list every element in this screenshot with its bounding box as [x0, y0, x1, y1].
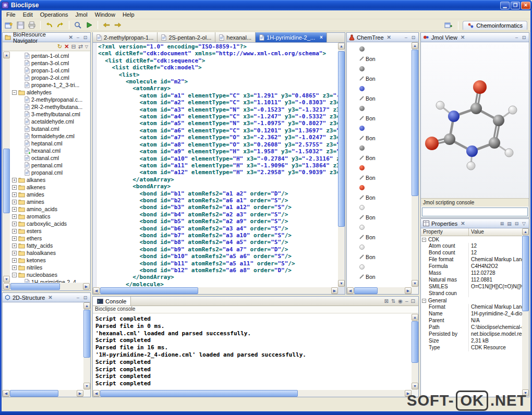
tree-item[interactable]: +ketones	[10, 257, 90, 264]
maximize-view-icon[interactable]: ⊡	[411, 298, 415, 304]
properties-header[interactable]: Properties ✕ ⊞ ▤ ⊟ ▽	[421, 219, 529, 228]
minimize-view-icon[interactable]: –	[75, 35, 81, 40]
tree-item[interactable]: butanal.cml	[10, 125, 90, 132]
chemtree-atom-item[interactable]	[347, 242, 412, 252]
tree-item[interactable]: −nucleobases	[10, 271, 90, 278]
jmol-console-input[interactable]	[422, 207, 528, 216]
property-row[interactable]: FormulaC4H4N2O2	[421, 263, 522, 270]
run-script-icon[interactable]	[84, 20, 94, 30]
tree-item[interactable]: 3-methylbutanal.cml	[10, 111, 90, 118]
tree-item[interactable]: hexanal.cml	[10, 147, 90, 154]
property-row[interactable]: Atom count12	[421, 243, 522, 250]
open-perspective-icon[interactable]	[443, 20, 454, 30]
scroll-up-icon[interactable]: ▲	[3, 52, 10, 58]
scroll-thumb[interactable]	[10, 390, 58, 397]
search-icon[interactable]	[72, 20, 83, 30]
scroll-up-icon[interactable]: ▲	[412, 42, 418, 49]
property-row[interactable]: PathC:\bioclipse\chemical-struct...	[421, 324, 522, 331]
property-row[interactable]: FormatChemical Markup Language	[421, 304, 522, 311]
tree-item[interactable]: pentan-1-ol.cml	[10, 52, 90, 59]
editor-vscrollbar[interactable]: ▲ ▼	[338, 43, 345, 287]
tree-item[interactable]: propane-1_2_3-tri...	[10, 81, 90, 89]
atom-N[interactable]	[466, 145, 478, 157]
chemtree-bond-item[interactable]: Bon	[347, 153, 412, 163]
property-row[interactable]: ParentN/A	[421, 318, 522, 324]
scroll-left-icon[interactable]: ◀	[93, 287, 100, 294]
expand-icon[interactable]: +	[12, 222, 17, 226]
property-row[interactable]: Mass112.02728	[421, 270, 522, 277]
close-view-icon[interactable]: ✕	[461, 221, 465, 226]
close-view-icon[interactable]: ✕	[387, 34, 391, 40]
editor-tab[interactable]: 2-methylpropan-1...	[93, 32, 158, 42]
scroll-down-icon[interactable]: ▼	[3, 276, 10, 283]
chemtree-atom-item[interactable]	[347, 44, 412, 54]
tree-item[interactable]: heptanal.cml	[10, 140, 90, 147]
scroll-right-icon[interactable]: ▶	[83, 283, 90, 290]
scroll-thumb[interactable]	[412, 321, 418, 363]
save-icon[interactable]	[15, 20, 26, 30]
property-row[interactable]: Bond count12	[421, 250, 522, 257]
chemtree-atom-item[interactable]	[347, 202, 412, 212]
chemtree-bond-item[interactable]: Bon	[347, 113, 412, 123]
scroll-left-icon[interactable]: ◀	[3, 283, 10, 290]
chemtree-atom-item[interactable]	[347, 123, 412, 133]
minimize-view-icon[interactable]: –	[403, 35, 409, 40]
structure-2d-hscrollbar[interactable]: ◀ ▶	[3, 390, 83, 397]
tree-item[interactable]: −aldehydes	[10, 89, 90, 96]
scroll-up-icon[interactable]: ▲	[83, 302, 90, 309]
jmol-canvas[interactable]	[421, 42, 529, 198]
chemtree-hscrollbar[interactable]: ◀ ▶	[347, 287, 412, 294]
close-window-button[interactable]: ✕	[521, 2, 530, 9]
console-vscrollbar[interactable]: ▲ ▼	[412, 314, 418, 389]
scroll-up-icon[interactable]: ▲	[522, 228, 529, 235]
menu-file[interactable]: File	[3, 11, 19, 18]
chemtree-atom-item[interactable]	[347, 222, 412, 232]
collapse-icon[interactable]: −	[422, 299, 426, 303]
close-tab-icon[interactable]: ×	[320, 34, 323, 40]
tree-item[interactable]: +ethers	[10, 235, 90, 242]
show-categories-icon[interactable]: ⊞	[499, 221, 505, 226]
chemtree-bond-item[interactable]: Bon	[347, 54, 412, 64]
maximize-view-icon[interactable]: ⊡	[82, 35, 88, 40]
chemtree-header[interactable]: ChemTree ✕ – ⊡	[347, 33, 418, 42]
atom-H[interactable]	[505, 149, 513, 157]
tree-item[interactable]: +amino_acids	[10, 205, 90, 213]
titlebar[interactable]: Bioclipse ▁ ❐ ✕	[0, 0, 532, 10]
tree-item[interactable]: 2-methylpropanal.c...	[10, 96, 90, 103]
show-advanced-icon[interactable]: ▤	[506, 221, 512, 226]
property-row[interactable]: SMILESO=C1N([H])C(=O)N([H])C...	[421, 284, 522, 290]
tree-item[interactable]: propanal.cml	[10, 169, 90, 176]
tree-item[interactable]: +nitriles	[10, 264, 90, 271]
property-row[interactable]: Persisted bynet.bioclipse.model.resour..…	[421, 331, 522, 338]
editor-code[interactable]: <?xml version="1.0" encoding="ISO-8859-1…	[98, 43, 338, 287]
pin-console-icon[interactable]: ◉	[398, 298, 403, 304]
tree-item[interactable]: +amines	[10, 198, 90, 205]
expand-icon[interactable]: +	[12, 214, 17, 219]
tree-item[interactable]: 1H-pyrimidine-2_4-...	[10, 278, 90, 283]
menu-window[interactable]: Window	[91, 11, 119, 18]
tree-item[interactable]: acetaldehyde.cml	[10, 118, 90, 125]
structure-2d-header[interactable]: 2D-Structure ✕ – ⊡	[3, 293, 90, 302]
chemtree-atom-item[interactable]	[347, 262, 412, 272]
property-row[interactable]: Name1H-pyrimidine-2_4-dione.cml	[421, 311, 522, 318]
scroll-lock-icon[interactable]: ⇅	[391, 298, 395, 304]
refresh-icon[interactable]: ↻	[57, 43, 62, 50]
expand-icon[interactable]: +	[12, 178, 17, 182]
editor-tab[interactable]: 1H-pyrimidine-2_...×	[256, 32, 327, 42]
navigator-vscrollbar[interactable]: ▲ ▼	[3, 52, 10, 283]
collapse-all-icon[interactable]: ⊟	[514, 221, 519, 226]
atom-C[interactable]	[489, 137, 500, 149]
editor-hscrollbar[interactable]: ◀ ▶	[93, 287, 338, 294]
expand-icon[interactable]: +	[12, 185, 17, 190]
link-with-editor-icon[interactable]: ⇄	[78, 43, 83, 50]
minimize-window-button[interactable]: ▁	[500, 2, 510, 9]
scroll-right-icon[interactable]: ▶	[77, 390, 83, 397]
collapse-icon[interactable]: −	[422, 238, 426, 242]
chemtree-bond-item[interactable]: Bon	[347, 212, 412, 222]
scroll-thumb[interactable]	[338, 51, 345, 227]
structure-2d-vscrollbar[interactable]: ▲ ▼	[83, 302, 90, 389]
atom-C[interactable]	[493, 115, 504, 126]
view-menu-icon[interactable]: ▽	[521, 221, 527, 226]
atom-O[interactable]	[425, 137, 439, 150]
tree-item[interactable]: +esters	[10, 227, 90, 235]
